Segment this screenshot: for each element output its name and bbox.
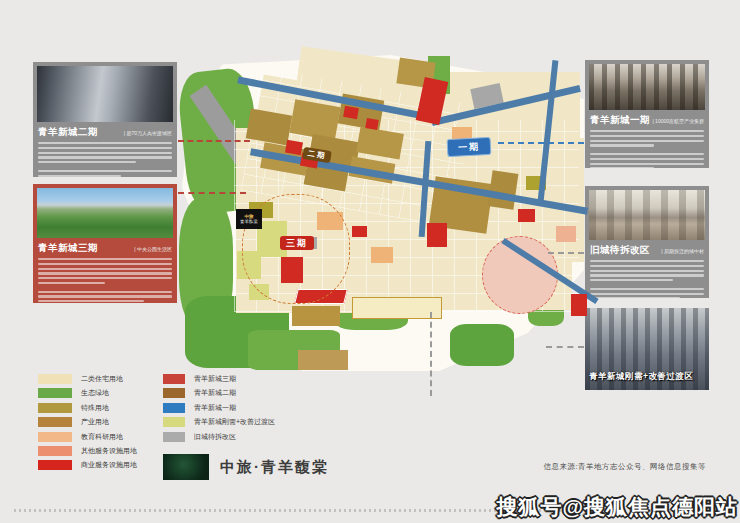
connector-phase3 [178, 192, 246, 194]
card-phase3: 青羊新城三期 | 中央公园生活区 [33, 184, 177, 303]
card-phase2-bodytext [33, 140, 177, 177]
card-phase2-subtitle: | 超70万人高密度城区 [124, 130, 172, 136]
body-text-line [38, 268, 172, 270]
legend-item: 商业服务设施用地 [38, 460, 137, 470]
legend-landuse: 二类住宅用地生态绿地特殊用地产业用地教育科研用地其他服务设施用地商业服务设施用地 [38, 374, 137, 470]
body-text-line [590, 158, 704, 160]
body-text-line [590, 297, 680, 298]
legend-item: 青羊新城一期 [163, 403, 275, 413]
legend-swatch [163, 374, 185, 384]
legend-label: 青羊新城刚需+改善过渡区 [194, 417, 275, 427]
body-text-line [590, 293, 704, 295]
legend-label: 旧城待拆改区 [194, 432, 236, 442]
card-phase1-subtitle: | 10000亩航空产业集群 [652, 118, 704, 124]
tan-info-box [292, 306, 340, 326]
infographic-page: 中旅 青羊馥棠 一期二期三期 青羊新城二期 | 超70万人高密度城区 青羊新城三… [0, 0, 740, 523]
card-transition: 青羊新城刚需+改善过渡区 [585, 308, 709, 390]
card-transition-caption: 青羊新城刚需+改善过渡区 [589, 371, 693, 383]
connector-transition [546, 346, 584, 348]
connector-transition-vertical [430, 312, 432, 396]
body-text-line [590, 130, 704, 132]
legend-item: 青羊新城三期 [163, 374, 275, 384]
body-text-line [590, 163, 704, 165]
body-text-line [38, 147, 172, 149]
body-text-line [38, 156, 172, 158]
card-oldtown-subtitle: | 后期拆迁的城中村 [661, 248, 704, 254]
commercial-red [518, 209, 535, 222]
card-phase1: 青羊新城一期 | 10000亩航空产业集群 [585, 60, 709, 168]
body-text-line [38, 291, 172, 293]
legend-label: 青羊新城一期 [194, 403, 236, 413]
card-phase3-bodytext [33, 256, 177, 302]
phase2-photo [37, 66, 173, 122]
brand-logo-text: 中旅·青羊馥棠 [220, 458, 329, 477]
legend-label: 产业用地 [81, 417, 109, 427]
body-text-line [38, 142, 172, 144]
legend-swatch [163, 388, 185, 398]
legend-label: 教育科研用地 [81, 432, 123, 442]
legend-swatch [38, 460, 72, 470]
body-text-line [590, 270, 704, 272]
commercial-red [427, 223, 447, 247]
body-text-line [590, 167, 654, 168]
map-label-三期: 三期 [280, 236, 314, 250]
legend-swatch [38, 417, 72, 427]
legend-swatch [38, 446, 72, 456]
body-text-line [590, 260, 704, 262]
body-text-line [38, 152, 172, 154]
legend-label: 商业服务设施用地 [81, 460, 137, 470]
legend-item: 教育科研用地 [38, 432, 137, 442]
body-text-line [590, 140, 704, 142]
body-text-line [38, 282, 105, 284]
brand-logo-row: 中旅·青羊馥棠 [163, 454, 329, 480]
commercial-red [285, 140, 303, 156]
legend-swatch [163, 403, 185, 413]
card-oldtown-title: 旧城待拆改区 [590, 244, 650, 257]
body-text-line [590, 279, 673, 281]
connector-phase1 [498, 142, 584, 144]
legend-swatch [163, 417, 185, 427]
body-text-line [38, 258, 172, 260]
body-text-line [38, 277, 172, 279]
sohu-watermark: 搜狐号@搜狐焦点德阳站 [497, 493, 738, 521]
legend-label: 其他服务设施用地 [81, 446, 137, 456]
body-text-line [590, 265, 704, 267]
eco-green [450, 324, 514, 366]
legend-label: 生态绿地 [81, 388, 109, 398]
body-text-line [590, 135, 704, 137]
body-text-line [38, 300, 144, 302]
legend-swatch [38, 432, 72, 442]
legend-item: 二类住宅用地 [38, 374, 137, 384]
connector-phase2 [178, 140, 250, 142]
card-phase1-title: 青羊新城一期 [590, 114, 650, 127]
legend-label: 特殊用地 [81, 403, 109, 413]
body-text-line [38, 170, 172, 172]
project-location-marker: 中旅 青羊馥棠 [236, 209, 262, 229]
body-text-line [38, 263, 172, 265]
card-oldtown-bodytext [585, 258, 709, 298]
legend-item: 旧城待拆改区 [163, 432, 275, 442]
card-phase2-title: 青羊新城二期 [38, 126, 98, 139]
body-text-line [590, 153, 704, 155]
service-salmon [556, 226, 576, 242]
info-source-text: 信息来源:青羊地方志公众号、网络信息搜集等 [543, 462, 706, 472]
body-text-line [590, 144, 654, 146]
card-phase2: 青羊新城二期 | 超70万人高密度城区 [33, 62, 177, 177]
legend-item: 产业用地 [38, 417, 137, 427]
legend-item: 特殊用地 [38, 403, 137, 413]
commercial-red [343, 106, 359, 119]
body-text-line [38, 161, 136, 163]
connector-oldtown [548, 252, 584, 254]
body-text-line [38, 175, 121, 177]
yellow-outline-box [352, 297, 442, 319]
commercial-red [352, 226, 367, 237]
legend-label: 二类住宅用地 [81, 374, 123, 384]
legend-swatch [38, 403, 72, 413]
body-text-line [38, 272, 172, 274]
legend-item: 其他服务设施用地 [38, 446, 137, 456]
legend-swatch [38, 374, 72, 384]
legend-item: 生态绿地 [38, 388, 137, 398]
legend-label: 青羊新城二期 [194, 388, 236, 398]
legend-item: 青羊新城二期 [163, 388, 275, 398]
residential-cream [558, 138, 584, 262]
